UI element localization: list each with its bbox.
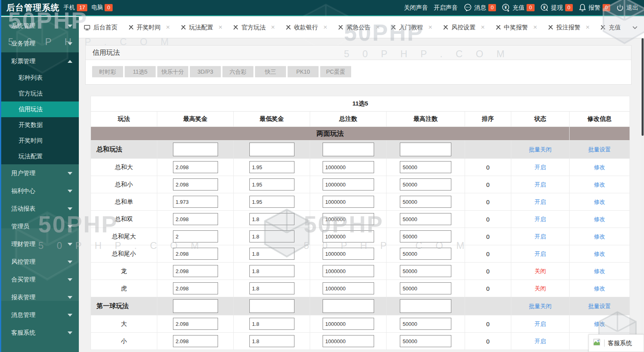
topbar-item-messages[interactable]: 消息0 xyxy=(463,3,496,12)
min-bonus-input[interactable] xyxy=(249,161,294,173)
tab-中奖报警[interactable]: 中奖报警× xyxy=(496,23,537,31)
batch-max-bets-input[interactable] xyxy=(400,299,451,313)
close-icon[interactable]: × xyxy=(166,23,170,31)
batch-max-bonus-input[interactable] xyxy=(173,299,218,313)
topbar-item-withdraw[interactable]: ¥提现0 xyxy=(540,3,573,12)
sidebar-subitem-官方玩法[interactable]: 官方玩法 xyxy=(0,86,79,101)
game-button-六合彩[interactable]: 六合彩 xyxy=(222,66,253,77)
max-bonus-input[interactable] xyxy=(173,335,218,347)
close-icon[interactable]: × xyxy=(376,23,380,31)
status-toggle[interactable]: 开启 xyxy=(535,338,546,344)
batch-close-link[interactable]: 批量关闭 xyxy=(529,303,551,309)
close-icon[interactable]: × xyxy=(323,23,327,31)
sidebar-subitem-彩种列表[interactable]: 彩种列表 xyxy=(0,70,79,86)
max-bets-input[interactable] xyxy=(400,196,451,208)
status-toggle[interactable]: 关闭 xyxy=(535,285,546,292)
tab-玩法配置[interactable]: 玩法配置× xyxy=(181,23,222,31)
game-button-PK10[interactable]: PK10 xyxy=(288,66,319,77)
max-bonus-input[interactable] xyxy=(173,282,218,294)
modify-link[interactable]: 修改 xyxy=(594,233,605,240)
max-bonus-input[interactable] xyxy=(173,178,218,190)
batch-min-bonus-input[interactable] xyxy=(249,143,294,156)
sidebar-item-彩票管理[interactable]: 彩票管理 xyxy=(0,52,79,70)
scrollbar-thumb[interactable] xyxy=(642,38,644,136)
sidebar-item-报表管理[interactable]: 报表管理 xyxy=(0,288,79,306)
close-icon[interactable]: × xyxy=(218,23,222,31)
close-icon[interactable]: × xyxy=(481,23,485,31)
total-bets-input[interactable] xyxy=(323,335,374,347)
modify-link[interactable]: 修改 xyxy=(594,285,605,292)
total-bets-input[interactable] xyxy=(323,265,374,277)
tab-充值[interactable]: 充值 xyxy=(600,24,621,31)
max-bets-input[interactable] xyxy=(400,282,451,294)
modify-link[interactable]: 修改 xyxy=(594,216,605,222)
tab-后台首页[interactable]: 后台首页 xyxy=(84,24,117,31)
min-bonus-input[interactable] xyxy=(249,213,294,225)
tab-入门教程[interactable]: 入门教程× xyxy=(391,23,432,31)
modify-link[interactable]: 修改 xyxy=(594,164,605,170)
game-button-时时彩[interactable]: 时时彩 xyxy=(92,66,123,77)
topbar-item-logout[interactable]: 退出 xyxy=(616,4,638,12)
tab-风控设置[interactable]: 风控设置× xyxy=(443,23,485,31)
game-button-快三[interactable]: 快三 xyxy=(255,66,286,77)
min-bonus-input[interactable] xyxy=(249,282,294,294)
max-bets-input[interactable] xyxy=(400,161,451,173)
total-bets-input[interactable] xyxy=(323,318,374,330)
min-bonus-input[interactable] xyxy=(249,335,294,347)
game-button-快乐十分[interactable]: 快乐十分 xyxy=(157,66,188,77)
total-bets-input[interactable] xyxy=(323,178,374,190)
sidebar-item-业务管理[interactable]: 业务管理 xyxy=(0,35,79,52)
topbar-item-sound-on[interactable]: 开启声音 xyxy=(434,4,458,12)
total-bets-input[interactable] xyxy=(323,161,374,173)
modify-link[interactable]: 修改 xyxy=(594,321,605,327)
sidebar-item-系统管理[interactable]: 系统管理 xyxy=(0,17,79,35)
sidebar-item-活动报表[interactable]: 活动报表 xyxy=(0,200,79,217)
topbar-item-sound-off[interactable]: 关闭声音 xyxy=(404,4,428,12)
total-bets-input[interactable] xyxy=(323,213,374,225)
modify-link[interactable]: 修改 xyxy=(594,181,605,188)
total-bets-input[interactable] xyxy=(323,282,374,294)
batch-min-bonus-input[interactable] xyxy=(249,299,294,313)
min-bonus-input[interactable] xyxy=(249,196,294,208)
max-bonus-input[interactable] xyxy=(173,265,218,277)
max-bets-input[interactable] xyxy=(400,248,451,260)
min-bonus-input[interactable] xyxy=(249,178,294,190)
batch-set-link[interactable]: 批量设置 xyxy=(588,303,611,309)
status-toggle[interactable]: 开启 xyxy=(535,321,546,327)
status-toggle[interactable]: 关闭 xyxy=(535,268,546,274)
batch-max-bets-input[interactable] xyxy=(400,143,451,156)
sidebar-item-风控管理[interactable]: 风控管理 xyxy=(0,253,79,271)
max-bets-input[interactable] xyxy=(400,265,451,277)
close-icon[interactable]: × xyxy=(586,23,590,31)
total-bets-input[interactable] xyxy=(323,230,374,242)
max-bonus-input[interactable] xyxy=(173,318,218,330)
topbar-item-alarm[interactable]: 报警0 xyxy=(578,3,610,12)
customer-service-widget[interactable]: 客服系统 xyxy=(588,334,644,352)
status-toggle[interactable]: 开启 xyxy=(535,233,546,240)
game-button-3D/P3[interactable]: 3D/P3 xyxy=(190,66,221,77)
max-bets-input[interactable] xyxy=(400,178,451,190)
tab-紧急公告[interactable]: 紧急公告× xyxy=(338,23,380,31)
batch-max-bonus-input[interactable] xyxy=(173,143,218,156)
sidebar-subitem-开奖数据[interactable]: 开奖数据 xyxy=(0,117,79,133)
tab-开奖时间[interactable]: 开奖时间× xyxy=(128,23,170,31)
max-bonus-input[interactable] xyxy=(173,161,218,173)
sidebar-item-消息管理[interactable]: 消息管理 xyxy=(0,306,79,324)
total-bets-input[interactable] xyxy=(323,196,374,208)
min-bonus-input[interactable] xyxy=(249,318,294,330)
sidebar-item-管理员[interactable]: 管理员 xyxy=(0,217,79,235)
modify-link[interactable]: 修改 xyxy=(594,199,605,205)
tab-投注报警[interactable]: 投注报警× xyxy=(548,23,590,31)
sidebar-item-福利中心[interactable]: 福利中心 xyxy=(0,182,79,200)
max-bets-input[interactable] xyxy=(400,318,451,330)
tab-官方玩法[interactable]: 官方玩法× xyxy=(233,23,275,31)
modify-link[interactable]: 修改 xyxy=(594,251,605,257)
close-icon[interactable]: × xyxy=(533,23,537,31)
close-icon[interactable]: × xyxy=(271,23,275,31)
status-toggle[interactable]: 开启 xyxy=(535,216,546,222)
min-bonus-input[interactable] xyxy=(249,248,294,260)
max-bonus-input[interactable] xyxy=(173,213,218,225)
status-toggle[interactable]: 开启 xyxy=(535,164,546,170)
page-scrollbar[interactable] xyxy=(641,38,644,352)
min-bonus-input[interactable] xyxy=(249,230,294,242)
